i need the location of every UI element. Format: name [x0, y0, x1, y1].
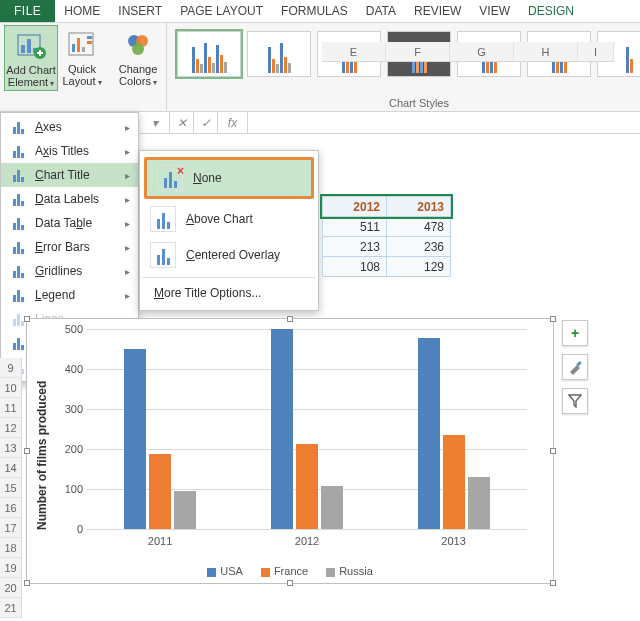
change-colors-button[interactable]: Change Colors	[114, 25, 162, 89]
row-11[interactable]: 11	[0, 398, 22, 418]
add-chart-element-button[interactable]: Add Chart Element	[4, 25, 58, 91]
ribbon: Add Chart Element Quick Layout Change Co…	[0, 22, 640, 112]
trendline-icon	[9, 334, 27, 352]
cell-r3c2[interactable]: 129	[387, 257, 451, 277]
row-12[interactable]: 12	[0, 418, 22, 438]
data-table-peek: 20122013 511478 213236 108129	[322, 196, 451, 277]
chart-elements-button[interactable]: +	[562, 320, 588, 346]
change-colors-icon	[122, 29, 154, 61]
above-chart-icon	[150, 206, 176, 232]
ytick-300: 300	[57, 403, 83, 415]
legend-icon	[9, 286, 27, 304]
row-15[interactable]: 15	[0, 478, 22, 498]
more-title-options[interactable]: More Title Options...	[140, 282, 318, 306]
row-17[interactable]: 17	[0, 518, 22, 538]
tab-insert[interactable]: INSERT	[109, 0, 171, 22]
tab-page-layout[interactable]: PAGE LAYOUT	[171, 0, 272, 22]
legend-usa: USA	[207, 565, 243, 577]
svg-rect-10	[87, 41, 92, 44]
col-G[interactable]: G	[450, 42, 514, 61]
chart-title-icon	[9, 166, 27, 184]
chart-legend: USA France Russia	[27, 565, 553, 577]
data-labels-icon	[9, 190, 27, 208]
col-I[interactable]: I	[578, 42, 614, 61]
ytick-500: 500	[57, 323, 83, 335]
svg-rect-9	[87, 36, 92, 39]
formula-bar[interactable]: ▾ ✕ ✓ fx	[140, 112, 640, 134]
embedded-chart[interactable]: Number of films produced 500 400 300 200…	[26, 318, 554, 584]
menu-data-labels[interactable]: Data Labels▸	[1, 187, 138, 211]
quick-layout-button[interactable]: Quick Layout	[58, 25, 106, 91]
chart-title-none[interactable]: × None	[147, 160, 311, 196]
row-headers: 9 10 11 12 13 14 15 16 17 18 19 20 21	[0, 358, 22, 618]
change-colors-label: Change Colors	[114, 63, 162, 89]
menu-axis-titles[interactable]: Axis Titles▸	[1, 139, 138, 163]
row-19[interactable]: 19	[0, 558, 22, 578]
row-9[interactable]: 9	[0, 358, 22, 378]
ribbon-tabs: FILE HOME INSERT PAGE LAYOUT FORMULAS DA…	[0, 0, 640, 22]
chart-title-centered-overlay[interactable]: Centered Overlay	[140, 237, 318, 273]
cell-r1c1[interactable]: 511	[323, 217, 387, 237]
bar-russia-2013	[468, 477, 490, 529]
cell-r2c2[interactable]: 236	[387, 237, 451, 257]
cell-r3c1[interactable]: 108	[323, 257, 387, 277]
svg-rect-7	[77, 38, 80, 52]
menu-chart-title[interactable]: Chart Title▸	[1, 163, 138, 187]
menu-data-table[interactable]: Data Table▸	[1, 211, 138, 235]
xcat-2013: 2013	[441, 535, 465, 547]
axis-titles-icon	[9, 142, 27, 160]
bar-russia-2012	[321, 486, 343, 529]
ytick-400: 400	[57, 363, 83, 375]
row-13[interactable]: 13	[0, 438, 22, 458]
cell-r2c1[interactable]: 213	[323, 237, 387, 257]
row-14[interactable]: 14	[0, 458, 22, 478]
tab-data[interactable]: DATA	[357, 0, 405, 22]
row-20[interactable]: 20	[0, 578, 22, 598]
svg-rect-6	[72, 44, 75, 52]
chart-style-1[interactable]	[177, 31, 241, 77]
col-F[interactable]: F	[386, 42, 450, 61]
row-21[interactable]: 21	[0, 598, 22, 618]
legend-france: France	[261, 565, 308, 577]
year-2012[interactable]: 2012	[323, 197, 387, 217]
svg-rect-1	[21, 45, 25, 53]
bar-france-2012	[296, 444, 318, 529]
add-chart-element-icon	[15, 30, 47, 62]
column-headers: E F G H I	[322, 42, 614, 62]
col-H[interactable]: H	[514, 42, 578, 61]
fx-label: fx	[218, 112, 248, 133]
tab-file[interactable]: FILE	[0, 0, 55, 22]
ytick-0: 0	[57, 523, 83, 535]
menu-error-bars[interactable]: Error Bars▸	[1, 235, 138, 259]
row-18[interactable]: 18	[0, 538, 22, 558]
year-2013[interactable]: 2013	[387, 197, 451, 217]
bar-usa-2011	[124, 349, 146, 529]
none-icon: ×	[157, 165, 183, 191]
tab-view[interactable]: VIEW	[470, 0, 519, 22]
ytick-200: 200	[57, 443, 83, 455]
chart-title-above[interactable]: Above Chart	[140, 201, 318, 237]
cell-r1c2[interactable]: 478	[387, 217, 451, 237]
row-10[interactable]: 10	[0, 378, 22, 398]
menu-gridlines[interactable]: Gridlines▸	[1, 259, 138, 283]
menu-axes[interactable]: AAxesxes▸	[1, 115, 138, 139]
tab-design[interactable]: DESIGN	[519, 0, 583, 22]
menu-legend[interactable]: Legend▸	[1, 283, 138, 307]
tab-formulas[interactable]: FORMULAS	[272, 0, 357, 22]
xcat-2012: 2012	[295, 535, 319, 547]
tab-review[interactable]: REVIEW	[405, 0, 470, 22]
axes-icon	[9, 118, 27, 136]
bar-usa-2013	[418, 338, 440, 529]
chart-style-2[interactable]	[247, 31, 311, 77]
tab-home[interactable]: HOME	[55, 0, 109, 22]
chart-filters-button[interactable]	[562, 388, 588, 414]
error-bars-icon	[9, 238, 27, 256]
add-chart-element-label: Add Chart Element	[5, 64, 57, 90]
chart-styles-button[interactable]	[562, 354, 588, 380]
col-E[interactable]: E	[322, 42, 386, 61]
quick-layout-label: Quick Layout	[58, 63, 106, 89]
svg-point-13	[132, 43, 144, 55]
row-16[interactable]: 16	[0, 498, 22, 518]
chart-side-buttons: +	[562, 320, 590, 414]
bar-france-2013	[443, 435, 465, 529]
